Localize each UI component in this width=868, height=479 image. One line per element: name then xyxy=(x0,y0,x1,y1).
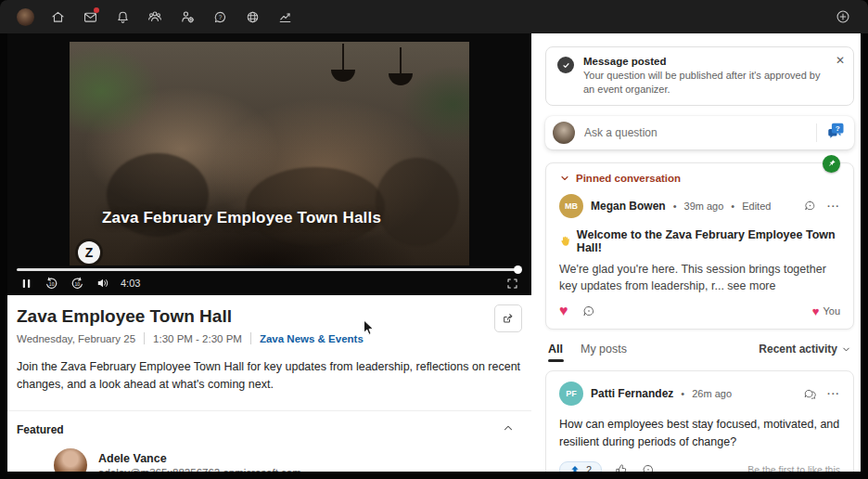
meta-divider xyxy=(250,332,251,344)
comment-icon[interactable] xyxy=(803,199,817,213)
toast-title: Message posted xyxy=(583,56,825,67)
event-meta: Wednesday, February 25 1:30 PM - 2:30 PM… xyxy=(17,332,522,344)
toast-text: Message posted Your question will be pub… xyxy=(583,56,825,97)
feed-tabs: All My posts Recent activity xyxy=(545,343,854,362)
analytics-icon[interactable] xyxy=(273,5,297,29)
you-label: You xyxy=(823,305,840,317)
message-posted-toast: Message posted Your question will be pub… xyxy=(545,46,854,106)
post-dot: • xyxy=(731,201,734,212)
post-actions: ··· xyxy=(803,199,840,213)
profile-avatar[interactable] xyxy=(13,5,37,29)
like-hint-text: Be the first to like this xyxy=(747,464,840,472)
sort-dropdown[interactable]: Recent activity xyxy=(759,343,851,356)
your-reaction-chip: ♥ You xyxy=(812,304,840,318)
post-actions: ··· xyxy=(803,387,840,401)
post-edited-label: Edited xyxy=(742,201,771,212)
upvote-pill[interactable]: 2 xyxy=(559,461,602,472)
video-frame-image: Zava February Employee Town Halls xyxy=(70,42,469,265)
post-author-row: MB Megan Bowen • 39m ago • Edited ··· xyxy=(559,194,840,218)
people-settings-icon[interactable] xyxy=(175,5,199,29)
video-overlay-title: Zava February Employee Town Halls xyxy=(102,209,381,227)
pinned-conversation-card: Pinned conversation MB Megan Bowen • 39m… xyxy=(545,162,854,330)
video-time: 4:03 xyxy=(121,278,140,289)
close-icon[interactable]: ✕ xyxy=(836,55,845,66)
svg-text:?: ? xyxy=(218,13,222,19)
community-link[interactable]: Zava News & Events xyxy=(260,333,364,344)
chevron-down-icon xyxy=(841,344,851,355)
video-controls: 10 10 4:03 xyxy=(7,271,531,295)
event-column: Zava February Employee Town Halls Z 10 1… xyxy=(7,33,531,472)
add-icon[interactable] xyxy=(831,5,855,29)
see-more-link[interactable]: see more xyxy=(727,279,775,292)
author-name[interactable]: Patti Fernandez xyxy=(591,387,673,400)
event-title: Zava Employee Town Hall xyxy=(17,306,522,327)
svg-text:?: ? xyxy=(836,124,840,133)
sort-label: Recent activity xyxy=(759,343,837,356)
lamp-decoration xyxy=(389,73,413,85)
zava-logo-badge: Z xyxy=(78,241,100,264)
author-avatar[interactable]: PF xyxy=(559,382,583,406)
user-avatar-image xyxy=(17,8,34,26)
post-dot: • xyxy=(681,388,684,399)
post-title-text: Welcome to the Zava February Employee To… xyxy=(577,228,840,254)
rewind-10-icon[interactable]: 10 xyxy=(44,276,59,291)
comment-icon[interactable] xyxy=(581,304,596,318)
engage-globe-icon[interactable] xyxy=(240,5,264,29)
post-body: We're glad you're here. This session bri… xyxy=(559,261,840,296)
toast-subtitle: Your question will be published after it… xyxy=(583,69,825,97)
upvote-arrow-icon xyxy=(569,464,581,472)
upvote-count: 2 xyxy=(586,464,592,472)
meta-divider xyxy=(144,332,145,344)
video-player[interactable]: Zava February Employee Town Halls Z 10 1… xyxy=(7,33,531,295)
post-body-text: We're glad you're here. This session bri… xyxy=(559,263,826,293)
pinned-label: Pinned conversation xyxy=(576,173,681,184)
app-window: ? Zava February Employee Town Halls xyxy=(0,0,868,479)
lamp-decoration xyxy=(331,70,355,82)
svg-text:10: 10 xyxy=(74,280,80,286)
comment-multiple-icon[interactable] xyxy=(803,387,817,401)
svg-text:10: 10 xyxy=(49,280,55,286)
more-options-icon[interactable]: ··· xyxy=(827,388,840,399)
question-actions-row: 2 Be the first to like this xyxy=(559,461,840,472)
tab-all[interactable]: All xyxy=(548,343,563,362)
event-time-range: 1:30 PM - 2:30 PM xyxy=(153,333,242,344)
featured-section: Featured Adele Vance adelev@m365x8825676… xyxy=(7,410,531,472)
ask-question-input[interactable] xyxy=(584,126,807,139)
person-avatar xyxy=(54,448,87,472)
main-content: Zava February Employee Town Halls Z 10 1… xyxy=(7,33,861,472)
question-bubble-icon[interactable]: ? xyxy=(826,121,846,144)
communities-icon[interactable] xyxy=(143,5,167,29)
share-button[interactable] xyxy=(494,304,522,332)
top-toolbar: ? xyxy=(0,0,868,33)
volume-icon[interactable] xyxy=(96,276,110,291)
bell-icon[interactable] xyxy=(110,5,134,29)
author-avatar[interactable]: MB xyxy=(559,194,583,218)
ask-question-bar[interactable]: ? xyxy=(545,116,854,149)
questions-icon[interactable]: ? xyxy=(208,5,232,29)
pause-icon[interactable] xyxy=(19,277,33,291)
comment-icon[interactable] xyxy=(641,462,656,472)
like-thumb-icon[interactable] xyxy=(614,462,629,472)
input-divider xyxy=(816,123,817,142)
author-name[interactable]: Megan Bowen xyxy=(591,200,666,213)
mail-icon[interactable] xyxy=(78,5,102,29)
person-email: adelev@m365x88256762.onmicrosoft.com xyxy=(98,467,301,472)
more-options-icon[interactable]: ··· xyxy=(827,201,840,212)
crowd-silhouette xyxy=(246,167,385,246)
pin-badge-icon xyxy=(823,155,840,173)
forward-10-icon[interactable]: 10 xyxy=(70,276,85,291)
featured-person-row[interactable]: Adele Vance adelev@m365x88256762.onmicro… xyxy=(17,448,522,472)
chevron-up-icon[interactable] xyxy=(502,421,515,438)
heart-icon: ♥ xyxy=(812,304,820,318)
heart-reaction-icon[interactable]: ♥ xyxy=(559,304,568,318)
person-name: Adele Vance xyxy=(98,452,301,465)
tab-my-posts[interactable]: My posts xyxy=(581,343,627,362)
home-icon[interactable] xyxy=(45,5,70,29)
fullscreen-icon[interactable] xyxy=(505,277,519,291)
post-author-row: PF Patti Fernandez • 26m ago ··· xyxy=(559,382,840,406)
crowd-silhouette xyxy=(376,158,459,246)
pinned-conversation-header[interactable]: Pinned conversation xyxy=(559,173,840,184)
event-details: Zava Employee Town Hall Wednesday, Febru… xyxy=(7,295,531,395)
question-text: How can employees best stay focused, mot… xyxy=(559,416,840,451)
qa-panel: Message posted Your question will be pub… xyxy=(545,33,854,472)
